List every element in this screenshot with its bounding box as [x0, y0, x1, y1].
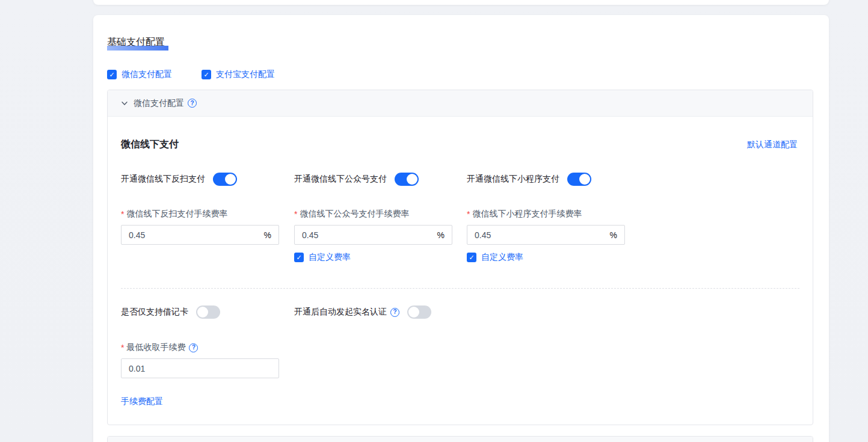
offline-pay-section-title: 微信线下支付	[121, 138, 179, 151]
percent-suffix: %	[610, 230, 617, 240]
wechat-panel-title: 微信支付配置	[134, 98, 184, 109]
reverse-scan-pay-toggle-item: 开通微信线下反扫支付	[121, 173, 294, 186]
default-channel-config-link[interactable]: 默认通道配置	[747, 140, 798, 150]
reverse-scan-fee-input[interactable]	[129, 230, 259, 240]
wechat-pay-config-checkbox-label: 微信支付配置	[122, 69, 172, 80]
checkbox-checked-icon[interactable]: ✓	[202, 70, 211, 79]
auto-realname-toggle[interactable]	[407, 305, 431, 319]
reverse-scan-fee-field: * 微信线下反扫支付手续费率 %	[121, 209, 294, 263]
min-fee-input[interactable]	[129, 364, 271, 373]
reverse-scan-pay-toggle[interactable]	[213, 173, 237, 186]
official-account-fee-field: * 微信线下公众号支付手续费率 % ✓ 自定义费率	[294, 209, 467, 263]
chevron-down-icon[interactable]	[121, 100, 128, 107]
reverse-scan-fee-label: 微信线下反扫支付手续费率	[126, 209, 227, 219]
secondary-toggles-row: 是否仅支持借记卡 开通后自动发起实名认证 ?	[121, 305, 798, 319]
official-account-custom-rate-checkbox[interactable]: ✓ 自定义费率	[294, 252, 467, 263]
official-account-fee-label: 微信线下公众号支付手续费率	[300, 209, 409, 219]
help-icon[interactable]: ?	[188, 99, 197, 108]
fee-rate-fields-row: * 微信线下反扫支付手续费率 % * 微信线下公众号支付手续费率	[121, 209, 798, 263]
miniprogram-fee-field: * 微信线下小程序支付手续费率 % ✓ 自定义费率	[467, 209, 640, 263]
official-account-pay-label: 开通微信线下公众号支付	[294, 174, 387, 185]
miniprogram-pay-toggle[interactable]	[567, 173, 591, 186]
miniprogram-pay-toggle-item: 开通微信线下小程序支付	[467, 173, 640, 186]
reverse-scan-pay-label: 开通微信线下反扫支付	[121, 174, 205, 185]
auto-realname-label: 开通后自动发起实名认证	[294, 307, 387, 318]
min-fee-input-wrap	[121, 358, 279, 378]
wechat-panel-header[interactable]: 微信支付配置 ?	[108, 90, 813, 117]
official-account-pay-toggle[interactable]	[395, 173, 419, 186]
page-title: 基础支付配置	[107, 35, 165, 49]
open-pay-toggles-row: 开通微信线下反扫支付 开通微信线下公众号支付 开通微信线下小程序支付	[121, 173, 798, 186]
miniprogram-fee-input-wrap: %	[467, 225, 625, 245]
custom-rate-label: 自定义费率	[481, 252, 523, 263]
debit-card-only-toggle[interactable]	[196, 305, 220, 319]
miniprogram-pay-label: 开通微信线下小程序支付	[467, 174, 559, 185]
wechat-pay-config-checkbox[interactable]: ✓ 微信支付配置	[107, 69, 172, 80]
basic-payment-config-card: 基础支付配置 ✓ 微信支付配置 ✓ 支付宝支付配置 微信支付配置 ? 微信线下支…	[93, 15, 829, 442]
official-account-fee-input-wrap: %	[294, 225, 452, 245]
fee-config-link[interactable]: 手续费配置	[121, 396, 163, 407]
dashed-divider	[121, 288, 799, 289]
alipay-panel-header[interactable]: 支付宝支付配置	[108, 437, 813, 442]
help-icon[interactable]: ?	[390, 308, 399, 317]
required-mark: *	[121, 343, 124, 352]
debit-card-only-toggle-item: 是否仅支持借记卡	[121, 305, 294, 319]
help-icon[interactable]: ?	[189, 343, 198, 352]
percent-suffix: %	[264, 230, 271, 240]
checkbox-checked-icon[interactable]: ✓	[107, 70, 117, 79]
alipay-config-checkbox[interactable]: ✓ 支付宝支付配置	[202, 69, 275, 80]
alipay-config-checkbox-label: 支付宝支付配置	[216, 69, 275, 80]
previous-card-edge	[93, 0, 829, 5]
miniprogram-fee-input[interactable]	[475, 230, 605, 240]
custom-rate-label: 自定义费率	[309, 252, 351, 263]
required-mark: *	[467, 209, 470, 219]
checkbox-checked-icon[interactable]: ✓	[467, 253, 476, 262]
auto-realname-toggle-item: 开通后自动发起实名认证 ?	[294, 305, 467, 319]
debit-card-only-label: 是否仅支持借记卡	[121, 307, 188, 318]
wechat-panel-body: 微信线下支付 默认通道配置 开通微信线下反扫支付 开通微信线下公众号支付 开通微…	[108, 117, 813, 425]
wechat-pay-config-panel: 微信支付配置 ? 微信线下支付 默认通道配置 开通微信线下反扫支付 开通微信线下…	[107, 90, 813, 425]
payment-type-checkbox-group: ✓ 微信支付配置 ✓ 支付宝支付配置	[107, 69, 813, 80]
miniprogram-fee-label: 微信线下小程序支付手续费率	[472, 209, 582, 219]
checkbox-checked-icon[interactable]: ✓	[294, 253, 304, 262]
min-fee-label: 最低收取手续费	[126, 342, 185, 353]
required-mark: *	[294, 209, 297, 219]
miniprogram-custom-rate-checkbox[interactable]: ✓ 自定义费率	[467, 252, 640, 263]
required-mark: *	[121, 209, 124, 219]
official-account-fee-input[interactable]	[302, 230, 432, 240]
min-fee-field: * 最低收取手续费 ?	[121, 342, 798, 378]
percent-suffix: %	[437, 230, 445, 240]
official-account-pay-toggle-item: 开通微信线下公众号支付	[294, 173, 467, 186]
reverse-scan-fee-input-wrap: %	[121, 225, 279, 245]
alipay-config-panel: 支付宝支付配置	[107, 436, 813, 442]
